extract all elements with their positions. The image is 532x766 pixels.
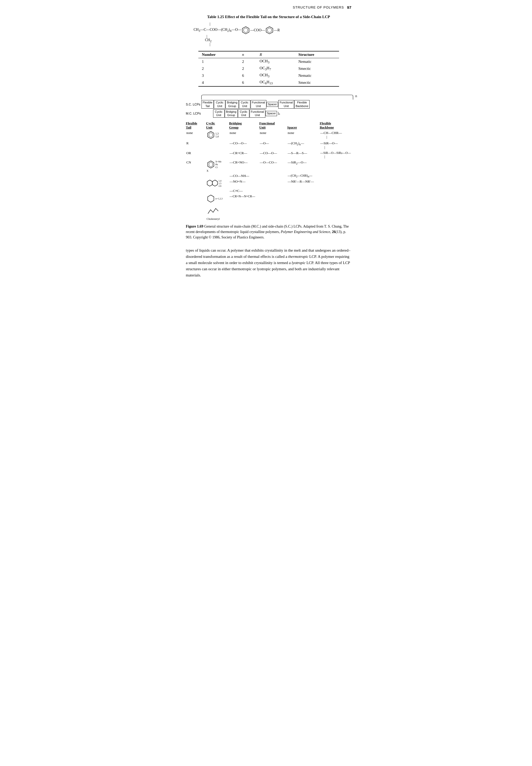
cell-r: OCH3 <box>256 72 295 79</box>
sc-box-spacer: Spacer <box>267 102 278 107</box>
table-title: Table 1.25 Effect of the Flexible Tail o… <box>186 14 351 20</box>
col-number: Number <box>198 51 238 58</box>
table-row: 1 2 OCH3 Nematic <box>198 58 339 65</box>
sc-box-bridging-group: BridgingGroup <box>226 100 238 108</box>
svg-marker-9 <box>212 180 218 186</box>
sc-box-cyclic-unit-1: CyclicUnit <box>214 100 225 108</box>
svg-marker-5 <box>209 133 213 137</box>
struct-row-6: 1,41,52,6 —NO=N— —NR'—R—NR'— <box>186 179 351 188</box>
body-paragraph: types of liquids can occur. A polymer th… <box>186 247 351 278</box>
sc-lcp-label: S.C. LCPs <box>186 103 201 106</box>
sc-box-cyclic-unit-2: CyclicUnit <box>239 100 250 108</box>
cell-number: 1 <box>198 58 238 65</box>
cell-structure: Smectic <box>295 65 339 72</box>
col-r: R <box>256 51 295 58</box>
col-n: n <box>238 51 256 58</box>
table-row: 2 2 OC3H7 Smectic <box>198 65 339 72</box>
svg-marker-2 <box>266 27 273 34</box>
struct-row-8: n=1,2,3 —CR=N—N=CR— <box>186 194 351 204</box>
svg-marker-3 <box>267 28 272 33</box>
col-header-flexible-tail: FlexibleTail <box>186 121 197 129</box>
struct-row-5: —CO—NH— —(CH2—CHR)n— <box>186 173 351 179</box>
col-header-spacer: Spacer <box>287 125 297 129</box>
svg-marker-10 <box>208 195 214 202</box>
col-header-cyclic-unit: CyclicUnit <box>206 121 215 129</box>
struct-row-7: —C≡C— <box>186 188 351 194</box>
data-table: Number n R Structure 1 2 OCH3 Nematic 2 … <box>198 51 339 87</box>
svg-marker-8 <box>207 180 212 186</box>
cell-structure: Nematic <box>295 72 339 79</box>
struct-row-1: none 1,31,4 none none none <box>186 130 351 140</box>
struct-row-9: Cholesteryl <box>186 204 351 221</box>
sc-box-functional-unit-1: FunctionalUnit <box>251 100 266 108</box>
cell-n: 6 <box>238 72 256 79</box>
svg-marker-6 <box>208 161 214 168</box>
figure-section: n S.C. LCPs FlexibleTail CyclicUnit Brid… <box>186 94 351 240</box>
cell-r: OC3H7 <box>256 65 295 72</box>
mc-box-functional-unit: FunctionalUnit <box>250 109 265 118</box>
col-structure: Structure <box>295 51 339 58</box>
cell-n: 6 <box>238 79 256 86</box>
figure-caption-text: General structure of main-chain (M.C.) a… <box>186 224 349 239</box>
cell-n: 2 <box>238 58 256 65</box>
cell-n: 2 <box>238 65 256 72</box>
mc-box-cyclic-unit-1: CyclicUnit <box>213 109 224 118</box>
struct-row-3: OR —CR=CR— —CO—O— —S—R—S— —SiR—O—SiR₂—O—… <box>186 150 351 160</box>
struct-row-4: CN X=MePhCl X —CR=NO— —O—CO— <box>186 160 351 173</box>
sc-box-flexible-backbone: FlexibleBackbone <box>294 100 310 108</box>
col-header-bridging-group: BridgingGroup <box>229 121 242 129</box>
mc-box-spacer: Spacer <box>266 111 277 116</box>
struct-row-2: R —CO—O— —O— —(CH2)n— —SiR—O—| <box>186 140 351 150</box>
mc-lcp-label: M.C. LCPs <box>186 112 201 115</box>
figure-caption: Figure 1.69 General structure of main-ch… <box>186 224 351 240</box>
mc-box-cyclic-unit-2: CyclicUnit <box>238 109 249 118</box>
cell-number: 2 <box>198 65 238 72</box>
svg-marker-4 <box>208 131 214 139</box>
svg-marker-0 <box>242 27 249 34</box>
table-row: 3 6 OCH3 Nematic <box>198 72 339 79</box>
sc-box-flexible-tail: FlexibleTail <box>201 100 214 108</box>
col-header-flexible-backbone: FlexibleBackbone <box>320 121 334 129</box>
body-text: types of liquids can occur. A polymer th… <box>186 247 351 278</box>
page-number: 97 <box>347 5 351 10</box>
cell-r: OC6H13 <box>256 79 295 86</box>
cell-r: OCH3 <box>256 58 295 65</box>
cell-number: 4 <box>198 79 238 86</box>
cell-structure: Smectic <box>295 79 339 86</box>
table-row: 4 6 OC6H13 Smectic <box>198 79 339 86</box>
mc-box-bridging-group: BridgingGroup <box>225 109 238 118</box>
chemical-formula: | CH3—C—COO—(CH2)n—O— —COO— —R | CH2 <box>191 22 351 46</box>
page-header: STRUCTURE OF POLYMERS 97 <box>186 5 351 10</box>
sc-box-functional-unit-2: FunctionalUnit <box>278 100 294 108</box>
cell-structure: Nematic <box>295 58 339 65</box>
col-header-functional-unit: FunctionalUnit <box>259 121 275 129</box>
cell-number: 3 <box>198 72 238 79</box>
svg-marker-7 <box>209 162 213 167</box>
svg-marker-1 <box>244 28 248 33</box>
section-title: STRUCTURE OF POLYMERS <box>293 5 344 9</box>
